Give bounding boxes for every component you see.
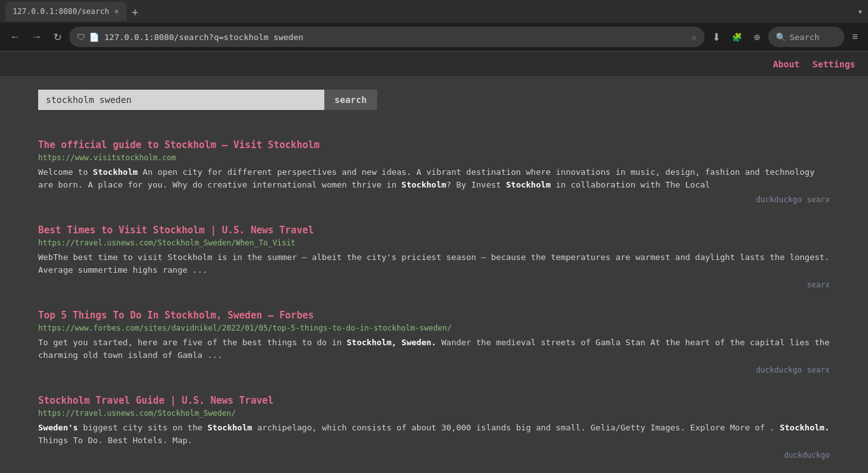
result-item: Top 5 Things To Do In Stockholm, Sweden … xyxy=(38,299,830,385)
result-sources: duckduckgo xyxy=(38,450,830,460)
result-item: The official guide to Stockholm – Visit … xyxy=(38,129,830,214)
address-bar[interactable]: 🛡 📄 127.0.0.1:8080/search?q=stockholm sw… xyxy=(69,27,705,47)
result-item: Best time to visit Stockholm – Lonely Pl… xyxy=(38,470,830,473)
source-link[interactable]: searx xyxy=(807,195,830,204)
result-snippet: WebThe best time to visit Stockholm is i… xyxy=(38,251,830,276)
download-button[interactable]: ⬇ xyxy=(708,29,724,46)
security-icon: 🛡 xyxy=(77,32,85,42)
back-button[interactable]: ← xyxy=(6,29,24,45)
result-url: https://www.forbes.com/sites/davidnikel/… xyxy=(38,324,830,332)
about-link[interactable]: About xyxy=(773,59,799,69)
address-bar-icons: 🛡 📄 xyxy=(77,32,99,42)
source-link[interactable]: duckduckgo xyxy=(756,195,802,204)
new-tab-button[interactable]: + xyxy=(132,5,139,18)
settings-link[interactable]: Settings xyxy=(813,59,855,69)
tab-close-button[interactable]: × xyxy=(114,7,119,16)
result-title[interactable]: Best Times to Visit Stockholm | U.S. New… xyxy=(38,224,830,236)
address-url[interactable]: 127.0.0.1:8080/search?q=stockholm sweden xyxy=(104,32,686,42)
browser-toolbar: ← → ↻ 🛡 📄 127.0.0.1:8080/search?q=stockh… xyxy=(0,23,868,51)
source-link[interactable]: duckduckgo xyxy=(784,451,830,460)
extensions-toggle-button[interactable]: ⊕ xyxy=(750,30,764,45)
tab-bar: 127.0.0.1:8080/search × + ▾ xyxy=(0,0,868,23)
page-icon: 📄 xyxy=(89,32,99,42)
forward-button[interactable]: → xyxy=(28,29,46,45)
menu-button[interactable]: ≡ xyxy=(848,29,862,45)
source-link[interactable]: searx xyxy=(807,280,830,289)
result-title[interactable]: Stockholm Travel Guide | U.S. News Trave… xyxy=(38,395,830,406)
result-snippet: Sweden's biggest city sits on the Stockh… xyxy=(38,422,830,446)
browser-search-label: Search xyxy=(790,32,820,42)
result-item: Stockholm Travel Guide | U.S. News Trave… xyxy=(38,385,830,470)
search-bar: search xyxy=(38,90,830,110)
search-button[interactable]: search xyxy=(324,90,377,110)
search-input[interactable] xyxy=(38,90,324,110)
refresh-button[interactable]: ↻ xyxy=(50,29,65,46)
result-sources: duckduckgosearx xyxy=(38,195,830,204)
bookmark-icon[interactable]: ☆ xyxy=(691,32,696,42)
source-link[interactable]: duckduckgo xyxy=(756,366,802,374)
tab-title: 127.0.0.1:8080/search xyxy=(13,7,109,16)
result-title[interactable]: The official guide to Stockholm – Visit … xyxy=(38,139,830,151)
app-header: About Settings xyxy=(0,51,868,77)
result-url: https://www.visitstockholm.com xyxy=(38,153,830,162)
result-sources: searx xyxy=(38,280,830,289)
result-snippet: Welcome to Stockholm An open city for di… xyxy=(38,166,830,191)
active-tab[interactable]: 127.0.0.1:8080/search × xyxy=(5,2,127,21)
extensions-button[interactable]: 🧩 xyxy=(728,30,746,45)
tab-menu-button[interactable]: ▾ xyxy=(858,6,863,17)
toolbar-right: ⬇ 🧩 ⊕ 🔍 Search ≡ xyxy=(708,27,862,47)
result-url: https://travel.usnews.com/Stockholm_Swed… xyxy=(38,409,830,418)
browser-search-box[interactable]: 🔍 Search xyxy=(768,27,844,47)
browser-chrome: 127.0.0.1:8080/search × + ▾ ← → ↻ 🛡 📄 12… xyxy=(0,0,868,51)
result-title[interactable]: Top 5 Things To Do In Stockholm, Sweden … xyxy=(38,310,830,321)
result-sources: duckduckgosearx xyxy=(38,365,830,374)
search-icon: 🔍 xyxy=(776,32,786,42)
source-link[interactable]: searx xyxy=(807,366,830,374)
result-snippet: To get you started, here are five of the… xyxy=(38,336,830,361)
main-content: search The official guide to Stockholm –… xyxy=(0,77,868,473)
result-url: https://travel.usnews.com/Stockholm_Swed… xyxy=(38,238,830,247)
results-container: The official guide to Stockholm – Visit … xyxy=(38,129,830,473)
result-item: Best Times to Visit Stockholm | U.S. New… xyxy=(38,214,830,299)
